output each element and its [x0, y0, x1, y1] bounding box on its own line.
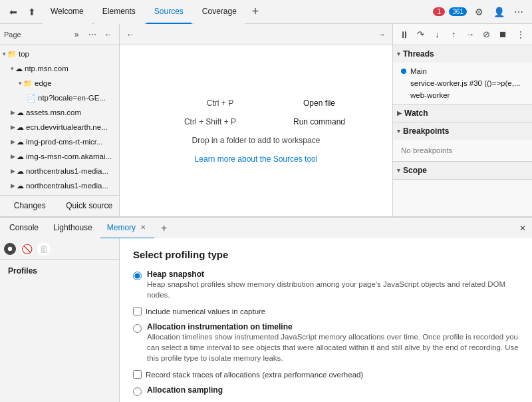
sampling-radio[interactable]	[133, 387, 142, 396]
watch-arrow: ▶	[397, 110, 402, 116]
deactivate-button[interactable]: ⊘	[479, 27, 494, 43]
sampling-content: Allocation sampling	[147, 385, 223, 395]
tree-item-north1[interactable]: ▶ ☁ northcentralus1-media...	[0, 164, 119, 178]
watch-header[interactable]: ▶ Watch	[393, 104, 532, 122]
heap-option-content: Heap snapshot Heap snapshot profiles sho…	[147, 270, 519, 300]
tree-label: ecn.devvirtualearth.ne...	[26, 123, 108, 131]
breakpoints-arrow: ▾	[397, 128, 400, 134]
expand-icon[interactable]: »	[70, 28, 83, 41]
include-numerical-checkbox[interactable]	[133, 307, 142, 315]
thread-main[interactable]: Main	[393, 65, 532, 77]
step-out-button[interactable]: ↑	[446, 27, 462, 43]
record-stack-traces-checkbox[interactable]	[133, 370, 142, 379]
cloud-icon: ☁	[17, 182, 24, 190]
breakpoints-header[interactable]: ▾ Breakpoints	[393, 122, 532, 140]
threads-arrow: ▾	[397, 51, 400, 57]
more-debug-icon[interactable]: ⋮	[513, 27, 528, 43]
forward-icon[interactable]: ⬆	[24, 4, 40, 20]
profile-icon[interactable]: 👤	[491, 4, 507, 20]
thread-main-label: Main	[410, 67, 427, 75]
page-label: Page	[4, 31, 67, 39]
breakpoints-label: Breakpoints	[403, 126, 449, 136]
step-button[interactable]: →	[463, 27, 478, 43]
profiles-header: Profiles	[0, 264, 119, 278]
include-numerical-label[interactable]: Include numerical values in capture	[146, 307, 265, 315]
tree-item-img-s[interactable]: ▶ ☁ img-s-msn-com.akamai...	[0, 149, 119, 164]
thread-web-worker[interactable]: web-worker	[393, 89, 532, 101]
shortcut-keys-1: Ctrl + P	[177, 99, 263, 108]
tab-memory-close[interactable]: ✕	[138, 223, 148, 232]
tree-arrow: ▾	[11, 65, 14, 72]
pause-exception-button[interactable]: ⏹	[495, 27, 511, 43]
close-bottom-panel[interactable]: ✕	[516, 222, 529, 235]
profiles-section: Profiles	[0, 260, 119, 282]
tree-arrow: ▾	[19, 80, 22, 87]
center-panel: ← → Ctrl + P Open file Ctrl + Shift + P …	[120, 24, 392, 216]
tab-memory[interactable]: Memory ✕	[100, 218, 154, 239]
expand-sources-icon[interactable]: →	[375, 28, 388, 41]
toolbar-right-icons: 1 361 ⚙ 👤 ⋯	[433, 4, 527, 20]
no-breakpoints-text: No breakpoints	[393, 142, 532, 158]
allocation-label[interactable]: Allocation instrumentation on timeline	[147, 322, 293, 331]
collapse-left-icon[interactable]: ←	[102, 28, 115, 41]
tab-console[interactable]: Console	[3, 218, 45, 239]
tree-label: img-prod-cms-rt-micr...	[26, 138, 103, 146]
thread-sw-label: service-worker.js #30 (()=>p(e,...	[401, 79, 521, 87]
thread-service-worker[interactable]: service-worker.js #30 (()=>p(e,...	[393, 77, 532, 89]
tree-arrow: ▾	[3, 51, 6, 57]
allocation-radio[interactable]	[133, 324, 142, 333]
folder-icon: 📁	[7, 50, 17, 59]
tab-quick-source[interactable]: Quick source	[60, 196, 120, 216]
settings-icon[interactable]: ⚙	[471, 4, 487, 20]
cloud-icon: ☁	[17, 108, 24, 117]
breakpoints-content: No breakpoints	[393, 140, 532, 161]
tab-welcome[interactable]: Welcome	[43, 0, 92, 24]
tree-item-assets[interactable]: ▶ ☁ assets.msn.com	[0, 105, 119, 120]
record-stack-traces-label[interactable]: Record stack traces of allocations (extr…	[146, 371, 363, 379]
tree-label: top	[19, 50, 29, 58]
scope-header[interactable]: ▾ Scope	[393, 162, 532, 179]
cloud-icon: ☁	[17, 167, 24, 176]
record-button[interactable]: ⏺	[4, 243, 16, 255]
tree-item-top[interactable]: ▾ 📁 top	[0, 47, 119, 61]
tab-sources[interactable]: Sources	[146, 0, 192, 24]
sources-content: Ctrl + P Open file Ctrl + Shift + P Run …	[120, 45, 392, 216]
left-more-icon[interactable]: ⋯	[86, 28, 99, 41]
trash-button[interactable]: 🗑	[37, 242, 51, 256]
tree-item-ntp-file[interactable]: 📄 ntp?locale=en-GE...	[0, 91, 119, 105]
step-over-button[interactable]: ↷	[414, 27, 429, 43]
tree-arrow: ▶	[11, 124, 15, 130]
sampling-label[interactable]: Allocation sampling	[147, 385, 223, 395]
tree-label: ntp?locale=en-GE...	[38, 94, 106, 102]
more-icon[interactable]: ⋯	[511, 4, 527, 20]
tree-item-ecn[interactable]: ▶ ☁ ecn.devvirtualearth.ne...	[0, 120, 119, 134]
tree-label: northcentralus1-media...	[26, 167, 108, 175]
threads-header[interactable]: ▾ Threads	[393, 45, 532, 63]
tree-item-edge[interactable]: ▾ 📁 edge	[0, 76, 119, 91]
memory-toolbar: ⏺ 🚫 🗑	[0, 238, 119, 260]
tree-label: assets.msn.com	[26, 108, 81, 116]
tree-item-img-prod[interactable]: ▶ ☁ img-prod-cms-rt-micr...	[0, 134, 119, 149]
breakpoints-section: ▾ Breakpoints No breakpoints	[393, 122, 532, 162]
tab-elements[interactable]: Elements	[94, 0, 144, 24]
watch-section: ▶ Watch	[393, 104, 532, 122]
heap-snapshot-radio[interactable]	[133, 272, 142, 280]
clear-button[interactable]: 🚫	[20, 242, 33, 256]
file-tree: ▾ 📁 top ▾ ☁ ntp.msn.com ▾ 📁 edge 📄 ntp?l…	[0, 45, 119, 195]
back-icon[interactable]: ⬅	[5, 4, 21, 20]
cloud-icon: ☁	[17, 152, 24, 161]
pause-button[interactable]: ⏸	[397, 27, 412, 43]
memory-options-panel: Select profiling type Heap snapshot Heap…	[120, 238, 532, 402]
tree-item-north2[interactable]: ▶ ☁ northcentralus1-media...	[0, 178, 119, 193]
collapse-sources-icon[interactable]: ←	[124, 28, 137, 41]
learn-link[interactable]: Learn more about the Sources tool	[195, 154, 318, 164]
cloud-icon: ☁	[17, 138, 24, 146]
tab-coverage[interactable]: Coverage	[194, 0, 245, 24]
tab-lighthouse[interactable]: Lighthouse	[47, 218, 99, 239]
step-into-button[interactable]: ↓	[430, 27, 445, 43]
heap-label[interactable]: Heap snapshot	[147, 270, 204, 279]
tree-item-ntp[interactable]: ▾ ☁ ntp.msn.com	[0, 61, 119, 76]
add-tab-button[interactable]: +	[156, 218, 172, 239]
add-tab-icon[interactable]: +	[247, 4, 263, 20]
tab-changes[interactable]: Changes	[0, 196, 60, 216]
